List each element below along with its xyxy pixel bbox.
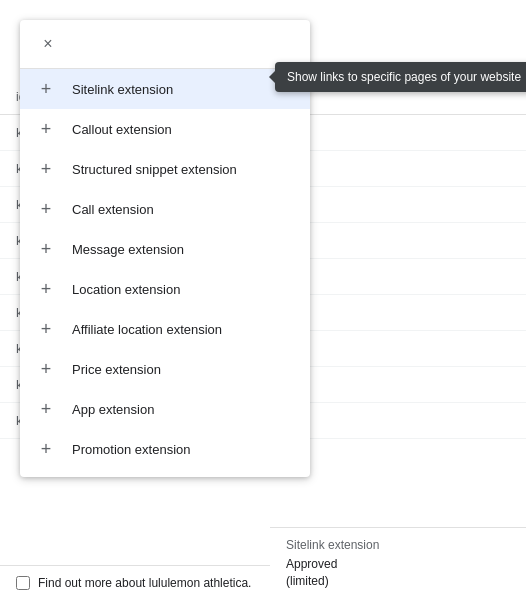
menu-item-label: Sitelink extension — [72, 82, 294, 97]
menu-item-affiliate-location[interactable]: + Affiliate location extension — [20, 309, 310, 349]
plus-icon: + — [36, 359, 56, 379]
menu-item-label: Location extension — [72, 282, 294, 297]
menu-item-promotion[interactable]: + Promotion extension — [20, 429, 310, 469]
tooltip: Show links to specific pages of your web… — [275, 62, 526, 92]
plus-icon: + — [36, 199, 56, 219]
footer-status: Approved(limited) — [286, 556, 510, 590]
menu-item-sitelink[interactable]: + Sitelink extension — [20, 69, 310, 109]
menu-item-price[interactable]: + Price extension — [20, 349, 310, 389]
menu-item-callout[interactable]: + Callout extension — [20, 109, 310, 149]
plus-icon: + — [36, 319, 56, 339]
menu-item-structured-snippet[interactable]: + Structured snippet extension — [20, 149, 310, 189]
menu-item-location[interactable]: + Location extension — [20, 269, 310, 309]
menu-item-app[interactable]: + App extension — [20, 389, 310, 429]
table-footer: Sitelink extension Approved(limited) — [270, 527, 526, 600]
menu-item-label: Price extension — [72, 362, 294, 377]
menu-item-label: Promotion extension — [72, 442, 294, 457]
plus-icon: + — [36, 439, 56, 459]
plus-icon: + — [36, 239, 56, 259]
plus-icon: + — [36, 159, 56, 179]
footer-extension-type: Sitelink extension — [286, 538, 510, 552]
plus-icon: + — [36, 79, 56, 99]
plus-icon: + — [36, 119, 56, 139]
menu-item-label: Structured snippet extension — [72, 162, 294, 177]
menu-item-message[interactable]: + Message extension — [20, 229, 310, 269]
dropdown-header: × — [20, 20, 310, 69]
menu-item-label: App extension — [72, 402, 294, 417]
bottom-bar: Find out more about lululemon athletica. — [0, 565, 270, 600]
dropdown-panel: × + Sitelink extension + Callout extensi… — [20, 20, 310, 477]
menu-item-label: Call extension — [72, 202, 294, 217]
menu-item-call[interactable]: + Call extension — [20, 189, 310, 229]
bottom-bar-text: Find out more about lululemon athletica. — [38, 576, 251, 590]
menu-item-label: Callout extension — [72, 122, 294, 137]
menu-item-label: Message extension — [72, 242, 294, 257]
bottom-checkbox[interactable] — [16, 576, 30, 590]
plus-icon: + — [36, 279, 56, 299]
close-button[interactable]: × — [36, 32, 60, 56]
tooltip-text: Show links to specific pages of your web… — [287, 70, 521, 84]
plus-icon: + — [36, 399, 56, 419]
menu-item-label: Affiliate location extension — [72, 322, 294, 337]
